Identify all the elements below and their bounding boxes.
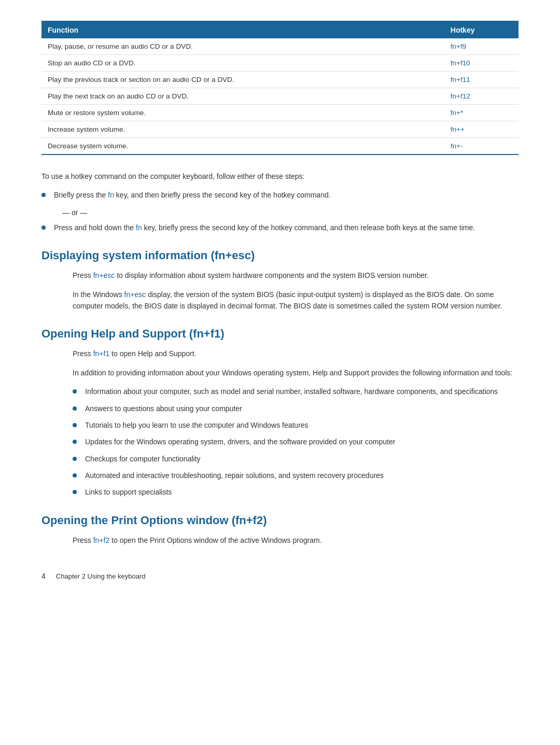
table-cell-function: Increase system volume. bbox=[41, 121, 444, 138]
table-cell-hotkey: fn+f10 bbox=[444, 55, 519, 72]
table-row: Increase system volume.fn++ bbox=[41, 121, 519, 138]
table-cell-hotkey: fn+f11 bbox=[444, 72, 519, 88]
table-cell-function: Play, pause, or resume an audio CD or a … bbox=[41, 38, 444, 55]
or-separator: — or — bbox=[62, 208, 519, 217]
bullet-icon bbox=[73, 440, 77, 444]
section2-bullet-list: Information about your computer, such as… bbox=[73, 386, 519, 498]
list-item: Checkups for computer functionality bbox=[73, 453, 519, 465]
step2-text: Press and hold down the fn key, briefly … bbox=[54, 222, 475, 233]
list-item: Updates for the Windows operating system… bbox=[73, 436, 519, 447]
table-header-function: Function bbox=[41, 21, 444, 38]
list-item-text: Answers to questions about using your co… bbox=[85, 403, 242, 414]
list-item: Answers to questions about using your co… bbox=[73, 403, 519, 414]
table-row: Play the previous track or section on an… bbox=[41, 72, 519, 88]
table-cell-hotkey: fn+- bbox=[444, 138, 519, 155]
table-cell-function: Play the previous track or section on an… bbox=[41, 72, 444, 88]
step-list-2: Press and hold down the fn key, briefly … bbox=[41, 222, 519, 233]
list-item-text: Information about your computer, such as… bbox=[85, 386, 498, 397]
bullet-icon bbox=[73, 389, 77, 393]
list-item: Briefly press the fn key, and then brief… bbox=[41, 189, 519, 201]
bullet-icon bbox=[41, 193, 46, 197]
page-footer: 4 Chapter 2 Using the keyboard bbox=[41, 572, 519, 580]
section3-heading: Opening the Print Options window (fn+f2) bbox=[41, 514, 519, 527]
bullet-icon bbox=[73, 490, 77, 494]
table-cell-hotkey: fn++ bbox=[444, 121, 519, 138]
page-number: 4 bbox=[41, 572, 46, 580]
list-item: Press and hold down the fn key, briefly … bbox=[41, 222, 519, 233]
section1-para1: Press fn+esc to display information abou… bbox=[73, 270, 519, 281]
list-item-text: Links to support specialists bbox=[85, 486, 172, 498]
section2-para1: Press fn+f1 to open Help and Support. bbox=[73, 348, 519, 359]
bullet-icon bbox=[73, 406, 77, 411]
bullet-icon bbox=[73, 473, 77, 477]
list-item-text: Checkups for computer functionality bbox=[85, 453, 201, 465]
step-list: Briefly press the fn key, and then brief… bbox=[41, 189, 519, 201]
list-item: Automated and interactive troubleshootin… bbox=[73, 470, 519, 481]
list-item: Information about your computer, such as… bbox=[73, 386, 519, 397]
list-item-text: Automated and interactive troubleshootin… bbox=[85, 470, 384, 481]
table-header-hotkey: Hotkey bbox=[444, 21, 519, 38]
bullet-icon bbox=[73, 457, 77, 461]
table-cell-function: Stop an audio CD or a DVD. bbox=[41, 55, 444, 72]
table-row: Play, pause, or resume an audio CD or a … bbox=[41, 38, 519, 55]
list-item-text: Updates for the Windows operating system… bbox=[85, 436, 395, 447]
table-row: Decrease system volume.fn+- bbox=[41, 138, 519, 155]
step1-text: Briefly press the fn key, and then brief… bbox=[54, 189, 331, 201]
bullet-icon bbox=[73, 423, 77, 427]
table-cell-function: Mute or restore system volume. bbox=[41, 105, 444, 121]
table-cell-function: Play the next track on an audio CD or a … bbox=[41, 88, 444, 105]
hotkey-table: Function Hotkey Play, pause, or resume a… bbox=[41, 21, 519, 155]
section3-para1: Press fn+f2 to open the Print Options wi… bbox=[73, 535, 519, 546]
list-item: Tutorials to help you learn to use the c… bbox=[73, 419, 519, 431]
table-row: Mute or restore system volume.fn+* bbox=[41, 105, 519, 121]
chapter-label: Chapter 2 Using the keyboard bbox=[56, 572, 146, 580]
list-item-text: Tutorials to help you learn to use the c… bbox=[85, 419, 309, 431]
table-row: Stop an audio CD or a DVD.fn+f10 bbox=[41, 55, 519, 72]
section1-para2: In the Windows fn+esc display, the versi… bbox=[73, 289, 519, 312]
table-cell-hotkey: fn+* bbox=[444, 105, 519, 121]
section2-heading: Opening Help and Support (fn+f1) bbox=[41, 327, 519, 341]
section1-heading: Displaying system information (fn+esc) bbox=[41, 249, 519, 262]
table-cell-hotkey: fn+f12 bbox=[444, 88, 519, 105]
list-item: Links to support specialists bbox=[73, 486, 519, 498]
table-cell-function: Decrease system volume. bbox=[41, 138, 444, 155]
bullet-icon bbox=[41, 226, 46, 230]
table-row: Play the next track on an audio CD or a … bbox=[41, 88, 519, 105]
intro-paragraph: To use a hotkey command on the computer … bbox=[41, 171, 519, 182]
table-cell-hotkey: fn+f9 bbox=[444, 38, 519, 55]
section2-para2: In addition to providing information abo… bbox=[73, 367, 519, 378]
